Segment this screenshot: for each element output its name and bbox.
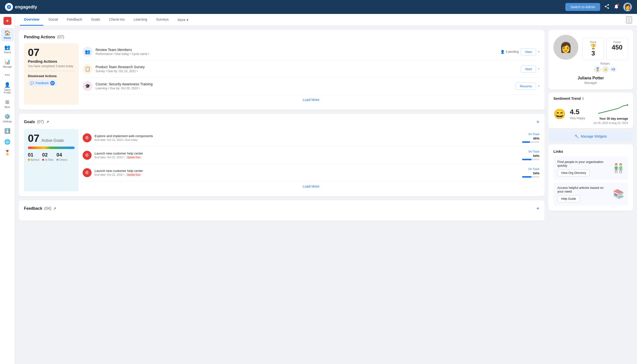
resume-button[interactable]: Resume	[516, 82, 536, 90]
view-button[interactable]: View	[520, 48, 536, 56]
goal-title-3: Launch new customer help center	[94, 169, 516, 173]
feedback-count: 02	[50, 81, 55, 85]
help-illustration: 📚	[613, 189, 624, 199]
others-label: Others	[56, 158, 68, 161]
update-due-badge-3[interactable]: Update Due	[126, 173, 142, 176]
goals-card: Goals (07) ↗ + 07 Active Goals	[19, 114, 544, 196]
points-value: 450	[608, 44, 626, 51]
atrisk-dot	[42, 159, 44, 161]
sidebar-item-manage-label: Manage	[3, 66, 12, 68]
sentiment-avg-label: Your 30 day average	[599, 117, 628, 120]
manage-widgets-label: Manage Widgets	[581, 134, 607, 138]
manage-widgets-button[interactable]: 🔧 Manage Widgets	[548, 131, 633, 141]
action-more-icon-2[interactable]: •	[538, 67, 540, 71]
tab-checkins[interactable]: Check-ins	[105, 14, 128, 26]
sidebar-item-settings[interactable]: ⚙️ Settings	[1, 112, 14, 125]
goals-stats: 01 Behind 02	[28, 152, 75, 161]
tab-feedback[interactable]: Feedback	[63, 14, 86, 26]
pending-actions-title-text: Pending Actions	[24, 35, 55, 39]
sidebar-item-home[interactable]: 🏠 Home	[1, 28, 14, 41]
action-more-icon-3[interactable]: •	[538, 84, 540, 88]
profile-avatar: 👩	[554, 35, 578, 60]
goal-stat-behind: 01 Behind	[28, 152, 39, 161]
sidebar-item-download[interactable]: ⬇️	[1, 126, 14, 136]
feedback-external-link-icon[interactable]: ↗	[53, 206, 56, 210]
update-due-badge-2[interactable]: Update Due	[126, 156, 142, 159]
goals-load-more-button[interactable]: Load More	[82, 182, 540, 191]
tab-overview[interactable]: Overview	[20, 14, 43, 26]
tab-learning[interactable]: Learning	[130, 14, 151, 26]
view-org-directory-button[interactable]: View Org Directory	[558, 170, 590, 176]
goal-right-1: On Track 45%	[520, 132, 540, 143]
goal-progress-bar-3	[522, 176, 540, 178]
action-more-icon[interactable]: •	[538, 50, 540, 54]
feedback-add-button[interactable]: +	[536, 205, 540, 212]
notification-icon-button[interactable]	[614, 4, 619, 10]
help-guide-button[interactable]: Help Guide	[558, 195, 580, 202]
tab-bar-more-button[interactable]: ⋮	[626, 16, 632, 24]
pending-load-more-button[interactable]: Load More	[82, 95, 540, 105]
goals-count: (07)	[37, 120, 44, 124]
tab-more[interactable]: More ▾	[174, 14, 192, 26]
top-navigation: engagedly Switch to Admin 👩	[0, 0, 637, 14]
behind-label: Behind	[28, 158, 39, 161]
action-meta-review: Performance • Due today • Cycle name •	[96, 52, 498, 56]
feedback-badge[interactable]: 💬 Feedback 02	[28, 80, 57, 86]
action-info-course: Course: Security Awareness Training Lear…	[96, 82, 512, 90]
share-icon-button[interactable]	[604, 4, 610, 10]
sidebar-item-teams[interactable]: 👥 Teams	[1, 42, 14, 56]
pending-summary: 07 Pending Actions You have completed 3 …	[24, 43, 79, 105]
review-team-icon: 👥	[85, 49, 90, 54]
goal-icon-wrap-3: 🎯	[82, 168, 92, 177]
rank-stat-box: Rank 🏆 3	[582, 38, 604, 60]
goals-header: Goals (07) ↗ +	[24, 119, 540, 125]
badge-2: ⭐	[602, 66, 609, 73]
sidebar-item-more[interactable]: ⊞ More	[1, 97, 14, 110]
badge-1: 🏅	[594, 66, 601, 73]
goals-add-button[interactable]: +	[536, 119, 540, 125]
pending-label: Pending Actions	[28, 59, 75, 64]
badge-plus[interactable]: +3	[610, 67, 616, 72]
sidebar-more-dots[interactable]: •••	[5, 72, 10, 78]
sentiment-emoji: 😄	[554, 108, 566, 120]
feedback-card-title: Feedback (04) ↗	[24, 206, 56, 211]
goal-right-3: On Track 54%	[520, 168, 540, 178]
goals-layout: 07 Active Goals 01 Behind	[24, 129, 540, 191]
external-link-icon[interactable]: ↗	[46, 120, 49, 124]
sidebar-item-globe[interactable]: 🌐	[1, 137, 14, 147]
profile-name-area: Juliana Potter Manager	[554, 76, 628, 84]
link-item-directory-content: Find people in your organization quickly…	[558, 160, 610, 176]
sentiment-dates: Jul 25, 2022 to Aug 23, 2022	[593, 122, 628, 124]
action-icon-wrap-course: 🎓	[82, 81, 92, 91]
info-icon[interactable]: ℹ	[582, 96, 584, 100]
link-item-help-title: Access helpful articles based on your ne…	[558, 186, 610, 193]
goal-stat-others: 04 Others	[56, 152, 68, 161]
sidebar-item-rewards[interactable]: 🎖️	[1, 148, 14, 158]
goals-active-label: Active Goals	[42, 138, 64, 142]
rank-label: Rank	[584, 40, 602, 44]
sentiment-score: 4.5	[570, 108, 585, 116]
goals-list: 🎯 Explore and implement web components E…	[82, 129, 540, 191]
tab-goals[interactable]: Goals	[87, 14, 104, 26]
feedback-section-count: (04)	[44, 206, 51, 211]
link-item-directory: Find people in your organization quickly…	[554, 156, 628, 180]
goal-progress-bar-2	[522, 159, 540, 160]
user-avatar[interactable]: 👩	[623, 2, 632, 12]
goal-percent-3: 54%	[533, 172, 540, 175]
action-icon-wrap-survey: 📋	[82, 64, 92, 74]
goal-stat-atrisk: 02 At Risk	[42, 152, 54, 161]
badges-label: Badges	[582, 62, 628, 65]
sentiment-card: Sentiment Trend ℹ 😄 4.5 Very Happy	[548, 92, 633, 128]
switch-to-admin-button[interactable]: Switch to Admin	[565, 3, 600, 11]
sentiment-label: Very Happy	[570, 116, 585, 120]
add-button[interactable]: +	[4, 17, 12, 25]
tab-surveys[interactable]: Surveys	[152, 14, 173, 26]
tab-social[interactable]: Social	[44, 14, 62, 26]
goal-info-1: Explore and implement web components End…	[94, 134, 516, 141]
sidebar-item-manage[interactable]: 📊 Manage	[1, 57, 14, 70]
profile-main: 👩 Rank 🏆 3 Points 450	[554, 35, 628, 73]
action-title-review: Review Team Members	[96, 48, 498, 52]
start-button[interactable]: Start	[521, 66, 536, 73]
action-right-course: Resume •	[516, 82, 540, 90]
sidebar-item-talent[interactable]: 👤 Talent Profile	[1, 80, 14, 96]
